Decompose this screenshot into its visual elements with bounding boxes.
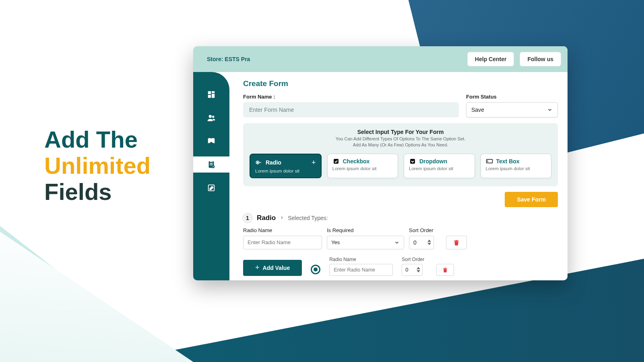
panel-sub-2: Add As Many (Or As Few) Options As You N… (353, 142, 448, 147)
hero-line-1: Add The (44, 127, 151, 153)
top-bar: Store: ESTS Pra Help Center Follow us (193, 46, 568, 72)
is-required-value: Yes (331, 239, 340, 245)
radio-name-label: Radio Name (243, 227, 322, 233)
follow-us-button[interactable]: Follow us (520, 52, 561, 66)
sidebar-item-forms[interactable] (193, 156, 229, 173)
sidebar-item-users[interactable] (193, 110, 229, 126)
form-status-label: Form Status (466, 94, 558, 100)
panel-subtitle: You Can Add Different Types Of Options T… (250, 136, 551, 148)
dropdown-type-icon (409, 158, 416, 165)
value-sort-input[interactable]: 0 (402, 264, 423, 276)
breadcrumb-sub: Selected Types: (288, 215, 328, 221)
value-name-input[interactable] (329, 264, 393, 276)
is-required-select[interactable]: Yes (327, 236, 404, 249)
form-name-label: Form Name : (243, 94, 459, 100)
hero-heading: Add The Unlimited Fields (44, 127, 151, 205)
svg-point-14 (257, 162, 258, 163)
store-prefix: Store: (207, 56, 225, 62)
users-icon (207, 113, 216, 122)
value-sort-label: Sort Order (402, 257, 427, 262)
sort-order-value: 0 (413, 239, 417, 246)
svg-rect-3 (208, 95, 211, 98)
sort-order-input[interactable]: 0 (409, 236, 434, 249)
input-type-panel: Select Input Type For Your Form You Can … (243, 123, 558, 186)
svg-rect-9 (210, 163, 213, 164)
plus-icon: + (312, 158, 316, 167)
svg-rect-15 (334, 159, 339, 164)
delete-field-button[interactable] (446, 236, 467, 249)
type-desc: Lorem ipsum dolor sit (486, 166, 547, 171)
dashboard-icon (207, 90, 216, 99)
arrow-up-icon (427, 239, 431, 242)
app-window: Store: ESTS Pra Help Center Follow us (193, 46, 568, 280)
type-card-textbox[interactable]: Text Box Lorem ipsum dolor sit (481, 154, 552, 178)
arrow-down-icon (427, 243, 431, 245)
radio-preview-icon (311, 265, 320, 274)
radio-name-input[interactable] (243, 236, 322, 249)
store-label: Store: ESTS Pra (207, 56, 250, 62)
arrow-up-icon (417, 267, 420, 269)
textbox-type-icon (486, 158, 493, 165)
top-actions: Help Center Follow us (467, 52, 561, 66)
svg-point-5 (212, 116, 215, 118)
add-value-button[interactable]: + Add Value (243, 260, 302, 276)
is-required-label: Is Required (327, 227, 404, 233)
value-sort-value: 0 (405, 267, 408, 273)
sidebar (193, 72, 229, 280)
trash-icon (453, 239, 460, 246)
form-name-input[interactable] (243, 102, 459, 117)
type-card-dropdown[interactable]: Dropdown Lorem ipsum dolor sit (404, 154, 475, 178)
type-name: Text Box (496, 158, 520, 165)
svg-rect-8 (210, 160, 213, 162)
checkbox-type-icon (332, 158, 340, 165)
breadcrumb-main: Radio (257, 214, 276, 222)
panel-sub-1: You Can Add Different Types Of Options T… (336, 136, 465, 141)
delete-value-button[interactable] (436, 264, 454, 276)
save-form-button[interactable]: Save Form (505, 192, 558, 207)
type-name: Dropdown (419, 158, 447, 165)
type-card-checkbox[interactable]: Checkbox Lorem ipsum dolor sit (327, 154, 398, 178)
svg-rect-0 (208, 91, 211, 94)
chevron-right-icon (280, 214, 284, 221)
sidebar-item-library[interactable] (193, 133, 229, 149)
type-name: Radio (266, 159, 281, 166)
help-center-button[interactable]: Help Center (467, 52, 514, 66)
content-area: Create Form Form Name : Form Status Save… (229, 72, 568, 280)
form-status-value: Save (471, 107, 484, 113)
type-card-radio[interactable]: Radio + Lorem ipsum dolor sit (250, 154, 322, 178)
hero-line-2: Unlimited (44, 153, 151, 179)
type-desc: Lorem ipsum dolor sit (409, 166, 470, 171)
radio-type-icon (255, 159, 262, 166)
plus-icon: + (255, 263, 260, 272)
chevron-down-icon (547, 107, 553, 113)
chevron-down-icon (394, 240, 400, 245)
page-title: Create Form (243, 79, 558, 88)
type-name: Checkbox (343, 158, 370, 165)
type-desc: Lorem ipsum dolor sit (332, 166, 393, 171)
store-name: ESTS Pra (225, 56, 250, 62)
stepper-arrows (417, 267, 420, 273)
sidebar-item-edit[interactable] (193, 180, 229, 196)
arrow-down-icon (417, 270, 420, 273)
form-status-select[interactable]: Save (466, 102, 558, 117)
hero-line-3: Fields (44, 179, 151, 205)
edit-icon (207, 183, 216, 192)
add-value-label: Add Value (263, 265, 290, 271)
svg-rect-2 (212, 94, 215, 98)
forms-icon (207, 160, 216, 169)
svg-point-6 (210, 142, 213, 144)
svg-rect-10 (210, 165, 213, 165)
trash-icon (442, 267, 448, 273)
svg-rect-1 (212, 91, 215, 93)
sidebar-item-dashboard[interactable] (193, 86, 229, 103)
field-breadcrumb: 1 Radio Selected Types: (242, 213, 558, 223)
type-desc: Lorem ipsum dolor sit (255, 169, 316, 173)
bg-shape (0, 206, 216, 362)
value-name-label: Radio Name (329, 257, 393, 262)
svg-rect-16 (410, 159, 415, 164)
sort-order-label: Sort Order (409, 227, 441, 233)
stepper-arrows (427, 239, 431, 245)
step-number: 1 (242, 213, 253, 223)
panel-title: Select Input Type For Your Form (250, 129, 551, 135)
book-icon (207, 137, 216, 146)
